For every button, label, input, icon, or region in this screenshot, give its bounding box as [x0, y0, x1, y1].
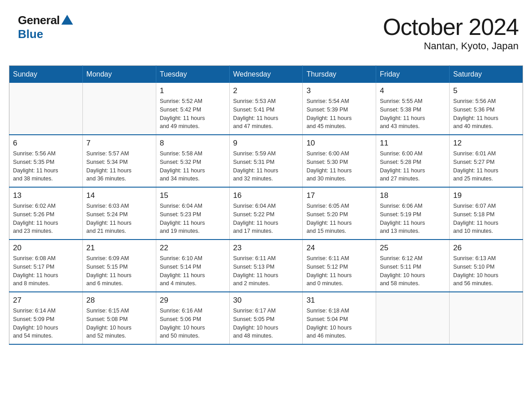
day-info: Sunrise: 5:56 AMSunset: 5:36 PMDaylight:… [453, 97, 519, 131]
day-info: Sunrise: 6:01 AMSunset: 5:27 PMDaylight:… [453, 150, 519, 183]
day-info: Sunrise: 6:12 AMSunset: 5:11 PMDaylight:… [380, 254, 446, 288]
table-row: 22Sunrise: 6:10 AMSunset: 5:14 PMDayligh… [156, 240, 229, 292]
day-info: Sunrise: 5:53 AMSunset: 5:41 PMDaylight:… [233, 97, 299, 131]
table-row: 19Sunrise: 6:07 AMSunset: 5:18 PMDayligh… [450, 187, 523, 240]
table-row: 12Sunrise: 6:01 AMSunset: 5:27 PMDayligh… [450, 135, 523, 187]
calendar-header-row: Sunday Monday Tuesday Wednesday Thursday… [9, 66, 523, 83]
day-info: Sunrise: 6:00 AMSunset: 5:30 PMDaylight:… [306, 150, 372, 183]
day-info: Sunrise: 6:14 AMSunset: 5:09 PMDaylight:… [13, 307, 79, 340]
day-number: 10 [306, 139, 372, 148]
table-row: 20Sunrise: 6:08 AMSunset: 5:17 PMDayligh… [9, 240, 83, 292]
table-row: 30Sunrise: 6:17 AMSunset: 5:05 PMDayligh… [229, 292, 303, 344]
table-row: 25Sunrise: 6:12 AMSunset: 5:11 PMDayligh… [376, 240, 450, 292]
day-number: 22 [160, 244, 226, 253]
day-number: 27 [13, 296, 79, 305]
title-area: October 2024 Nantan, Kyoto, Japan [383, 13, 519, 52]
col-friday: Friday [376, 66, 450, 83]
day-number: 7 [86, 139, 152, 148]
day-number: 13 [13, 191, 79, 200]
table-row: 10Sunrise: 6:00 AMSunset: 5:30 PMDayligh… [303, 135, 376, 187]
day-info: Sunrise: 6:15 AMSunset: 5:08 PMDaylight:… [86, 307, 152, 340]
calendar-week-row: 6Sunrise: 5:56 AMSunset: 5:35 PMDaylight… [9, 135, 523, 187]
day-number: 1 [160, 86, 226, 95]
table-row: 23Sunrise: 6:11 AMSunset: 5:13 PMDayligh… [229, 240, 303, 292]
day-info: Sunrise: 6:05 AMSunset: 5:20 PMDaylight:… [306, 202, 372, 235]
calendar-week-row: 27Sunrise: 6:14 AMSunset: 5:09 PMDayligh… [9, 292, 523, 344]
col-sunday: Sunday [9, 66, 83, 83]
logo-blue-text: Blue [18, 27, 43, 41]
day-number: 26 [453, 244, 519, 253]
day-info: Sunrise: 6:17 AMSunset: 5:05 PMDaylight:… [233, 307, 299, 340]
day-number: 28 [86, 296, 152, 305]
table-row: 6Sunrise: 5:56 AMSunset: 5:35 PMDaylight… [9, 135, 83, 187]
day-info: Sunrise: 5:55 AMSunset: 5:38 PMDaylight:… [380, 97, 446, 131]
table-row: 8Sunrise: 5:58 AMSunset: 5:32 PMDaylight… [156, 135, 229, 187]
day-number: 23 [233, 244, 299, 253]
col-saturday: Saturday [450, 66, 523, 83]
table-row: 18Sunrise: 6:06 AMSunset: 5:19 PMDayligh… [376, 187, 450, 240]
table-row: 29Sunrise: 6:16 AMSunset: 5:06 PMDayligh… [156, 292, 229, 344]
table-row: 2Sunrise: 5:53 AMSunset: 5:41 PMDaylight… [229, 83, 303, 135]
table-row: 7Sunrise: 5:57 AMSunset: 5:34 PMDaylight… [82, 135, 156, 187]
day-info: Sunrise: 5:59 AMSunset: 5:31 PMDaylight:… [233, 150, 299, 183]
day-info: Sunrise: 6:16 AMSunset: 5:06 PMDaylight:… [160, 307, 226, 340]
logo-general-text: General [18, 13, 60, 27]
day-number: 17 [306, 191, 372, 200]
table-row [450, 292, 523, 344]
day-info: Sunrise: 6:04 AMSunset: 5:22 PMDaylight:… [233, 202, 299, 235]
day-info: Sunrise: 6:13 AMSunset: 5:10 PMDaylight:… [453, 254, 519, 288]
day-number: 6 [13, 139, 79, 148]
day-number: 25 [380, 244, 446, 253]
header: General Blue October 2024 Nantan, Kyoto,… [9, 9, 523, 56]
day-number: 21 [86, 244, 152, 253]
col-tuesday: Tuesday [156, 66, 229, 83]
day-info: Sunrise: 6:03 AMSunset: 5:24 PMDaylight:… [86, 202, 152, 235]
table-row: 11Sunrise: 6:00 AMSunset: 5:28 PMDayligh… [376, 135, 450, 187]
day-number: 24 [306, 244, 372, 253]
table-row: 14Sunrise: 6:03 AMSunset: 5:24 PMDayligh… [82, 187, 156, 240]
table-row: 31Sunrise: 6:18 AMSunset: 5:04 PMDayligh… [303, 292, 376, 344]
table-row: 15Sunrise: 6:04 AMSunset: 5:23 PMDayligh… [156, 187, 229, 240]
day-number: 31 [306, 296, 372, 305]
table-row: 28Sunrise: 6:15 AMSunset: 5:08 PMDayligh… [82, 292, 156, 344]
col-wednesday: Wednesday [229, 66, 303, 83]
day-number: 12 [453, 139, 519, 148]
logo: General Blue [18, 13, 73, 41]
table-row: 1Sunrise: 5:52 AMSunset: 5:42 PMDaylight… [156, 83, 229, 135]
day-number: 8 [160, 139, 226, 148]
day-info: Sunrise: 6:08 AMSunset: 5:17 PMDaylight:… [13, 254, 79, 288]
col-monday: Monday [82, 66, 156, 83]
table-row [82, 83, 156, 135]
day-number: 16 [233, 191, 299, 200]
day-info: Sunrise: 6:00 AMSunset: 5:28 PMDaylight:… [380, 150, 446, 183]
table-row: 17Sunrise: 6:05 AMSunset: 5:20 PMDayligh… [303, 187, 376, 240]
day-info: Sunrise: 6:18 AMSunset: 5:04 PMDaylight:… [306, 307, 372, 340]
table-row: 21Sunrise: 6:09 AMSunset: 5:15 PMDayligh… [82, 240, 156, 292]
table-row: 27Sunrise: 6:14 AMSunset: 5:09 PMDayligh… [9, 292, 83, 344]
table-row: 5Sunrise: 5:56 AMSunset: 5:36 PMDaylight… [450, 83, 523, 135]
table-row: 9Sunrise: 5:59 AMSunset: 5:31 PMDaylight… [229, 135, 303, 187]
day-info: Sunrise: 6:07 AMSunset: 5:18 PMDaylight:… [453, 202, 519, 235]
day-info: Sunrise: 6:11 AMSunset: 5:13 PMDaylight:… [233, 254, 299, 288]
day-info: Sunrise: 6:10 AMSunset: 5:14 PMDaylight:… [160, 254, 226, 288]
day-number: 4 [380, 86, 446, 95]
day-info: Sunrise: 6:04 AMSunset: 5:23 PMDaylight:… [160, 202, 226, 235]
day-info: Sunrise: 5:54 AMSunset: 5:39 PMDaylight:… [306, 97, 372, 131]
table-row: 4Sunrise: 5:55 AMSunset: 5:38 PMDaylight… [376, 83, 450, 135]
day-number: 9 [233, 139, 299, 148]
calendar-week-row: 20Sunrise: 6:08 AMSunset: 5:17 PMDayligh… [9, 240, 523, 292]
day-number: 5 [453, 86, 519, 95]
day-number: 11 [380, 139, 446, 148]
day-number: 20 [13, 244, 79, 253]
calendar-table: Sunday Monday Tuesday Wednesday Thursday… [9, 65, 523, 345]
day-info: Sunrise: 6:06 AMSunset: 5:19 PMDaylight:… [380, 202, 446, 235]
day-info: Sunrise: 5:52 AMSunset: 5:42 PMDaylight:… [160, 97, 226, 131]
calendar-subtitle: Nantan, Kyoto, Japan [383, 40, 519, 52]
col-thursday: Thursday [303, 66, 376, 83]
table-row: 3Sunrise: 5:54 AMSunset: 5:39 PMDaylight… [303, 83, 376, 135]
table-row: 16Sunrise: 6:04 AMSunset: 5:22 PMDayligh… [229, 187, 303, 240]
day-info: Sunrise: 6:09 AMSunset: 5:15 PMDaylight:… [86, 254, 152, 288]
day-info: Sunrise: 6:02 AMSunset: 5:26 PMDaylight:… [13, 202, 79, 235]
day-info: Sunrise: 6:11 AMSunset: 5:12 PMDaylight:… [306, 254, 372, 288]
calendar-week-row: 1Sunrise: 5:52 AMSunset: 5:42 PMDaylight… [9, 83, 523, 135]
